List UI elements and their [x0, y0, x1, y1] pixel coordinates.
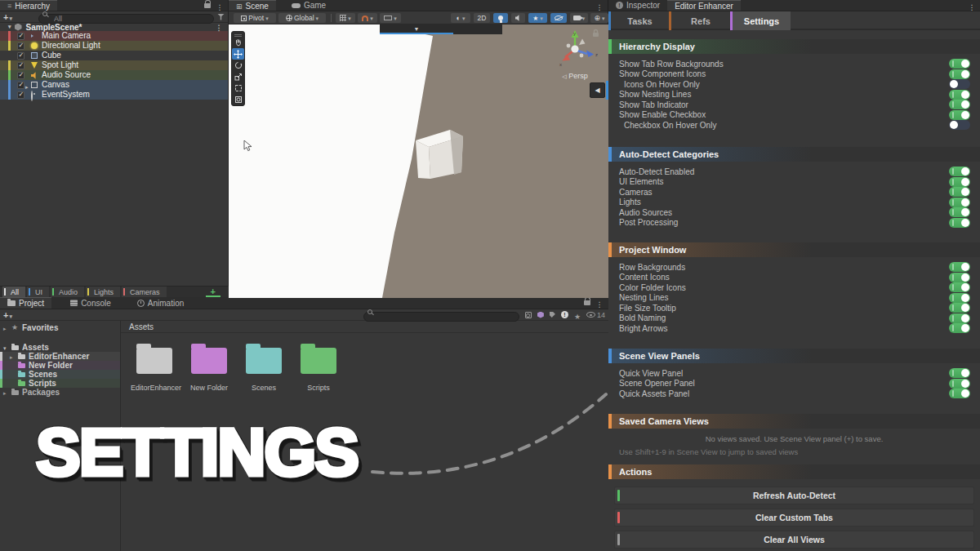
foldout-open-icon[interactable] [3, 343, 7, 352]
toggle-switch[interactable] [949, 218, 970, 228]
toggle-switch[interactable] [949, 59, 970, 69]
label-icon[interactable] [550, 312, 555, 318]
scene-opener-expand-button[interactable] [380, 24, 453, 34]
hand-tool-button[interactable] [232, 37, 244, 48]
enable-checkbox[interactable] [17, 62, 24, 69]
camera-settings-dropdown[interactable] [570, 13, 588, 23]
foldout-closed-icon[interactable] [3, 323, 7, 332]
toggle-switch[interactable] [949, 198, 970, 207]
asset-folder-editorenhancer[interactable]: EditorEnhancer [131, 342, 178, 392]
asset-folder-scripts[interactable]: Scripts [295, 342, 342, 392]
scene-viewport[interactable]: y z x Persp [229, 24, 608, 298]
toggle-2d-button[interactable]: 2D [474, 13, 490, 23]
section-header[interactable]: Hierarchy Display [608, 39, 980, 54]
add-category-tab-button[interactable]: + [206, 287, 220, 297]
tree-row-packages[interactable]: Packages [0, 388, 120, 397]
favorites-star-icon[interactable] [574, 308, 581, 322]
effects-dropdown[interactable] [528, 13, 547, 23]
category-tab-ui[interactable]: UI [27, 287, 49, 297]
toggle-switch[interactable] [949, 313, 970, 323]
enable-checkbox[interactable] [17, 82, 24, 89]
category-tab-lights[interactable]: Lights [86, 287, 120, 297]
enable-checkbox[interactable] [17, 42, 24, 50]
rotate-tool-button[interactable] [232, 60, 244, 71]
search-packages-icon[interactable] [537, 312, 544, 318]
subtab-refs[interactable]: Refs [671, 11, 730, 30]
quick-view-panel-collapsed-button[interactable] [590, 82, 605, 98]
asset-folder-new-folder[interactable]: New Folder [185, 342, 233, 392]
section-header[interactable]: Scene View Panels [608, 349, 980, 363]
scene-audio-toggle[interactable] [511, 13, 525, 23]
toggle-switch[interactable] [949, 120, 970, 130]
hierarchy-row-main-camera[interactable]: Main Camera [0, 31, 228, 41]
hierarchy-row-cube[interactable]: Cube [0, 51, 228, 60]
tab-inspector[interactable]: Inspector [608, 0, 667, 11]
toggle-switch[interactable] [949, 379, 970, 389]
breadcrumb[interactable]: Assets [121, 321, 608, 333]
rect-tool-button[interactable] [232, 82, 244, 94]
section-header[interactable]: Actions [608, 464, 980, 479]
section-header[interactable]: Project Window [608, 242, 980, 257]
hierarchy-row-spot-light[interactable]: Spot Light [0, 60, 228, 70]
toggle-switch[interactable] [949, 100, 970, 109]
hierarchy-row-directional-light[interactable]: Directional Light [0, 41, 228, 51]
orientation-gizmo[interactable]: y z x [552, 28, 601, 75]
enable-checkbox[interactable] [17, 33, 24, 40]
subtab-settings[interactable]: Settings [733, 11, 791, 30]
scene-lighting-toggle[interactable] [493, 13, 508, 23]
toggle-switch[interactable] [949, 110, 970, 120]
gizmos-dropdown[interactable] [590, 13, 608, 23]
tree-row-scripts[interactable]: Scripts [0, 379, 120, 388]
foldout-closed-icon[interactable] [10, 352, 13, 361]
enable-checkbox[interactable] [17, 72, 24, 79]
refresh-auto-detect-button[interactable]: Refresh Auto-Detect [614, 487, 974, 504]
project-search-input[interactable] [363, 312, 519, 322]
grid-snap-dropdown[interactable] [336, 13, 355, 23]
tree-row-favorites[interactable]: Favorites [0, 323, 120, 332]
tab-scene[interactable]: Scene [229, 0, 276, 11]
toggle-switch[interactable] [949, 262, 970, 272]
kebab-menu-icon[interactable] [215, 23, 223, 32]
scene-header-row[interactable]: ▾ SampleScene* [0, 23, 228, 31]
lock-icon[interactable] [204, 3, 211, 8]
toggle-switch[interactable] [949, 167, 970, 176]
toggle-switch[interactable] [949, 293, 970, 303]
tree-row-scenes[interactable]: Scenes [0, 370, 120, 379]
category-tab-audio[interactable]: Audio [51, 287, 84, 297]
toggle-switch[interactable] [949, 273, 970, 282]
filter-icon[interactable] [217, 14, 225, 20]
tab-editor-enhancer[interactable]: Editor Enhancer [667, 0, 741, 11]
tab-project[interactable]: Project [0, 297, 51, 309]
toggle-switch[interactable] [949, 90, 970, 100]
category-tab-all[interactable]: All [2, 287, 25, 297]
section-header[interactable]: Auto-Detect Categories [608, 147, 980, 162]
subtab-tasks[interactable]: Tasks [611, 11, 669, 30]
hierarchy-row-event-system[interactable]: EventSystem [0, 90, 228, 100]
toggle-switch[interactable] [949, 303, 970, 313]
global-dropdown[interactable]: Global [278, 13, 326, 23]
create-asset-button[interactable]: + [3, 310, 12, 320]
snap-dropdown[interactable] [358, 13, 377, 23]
foldout-open-icon[interactable]: ▾ [8, 24, 11, 30]
toggle-switch[interactable] [949, 177, 970, 187]
foldout-closed-icon[interactable] [3, 388, 7, 397]
measure-dropdown[interactable] [380, 13, 401, 23]
tree-row-new-folder[interactable]: New Folder [0, 361, 120, 370]
info-icon[interactable] [561, 311, 568, 318]
transform-tool-button[interactable] [232, 94, 244, 105]
toggle-switch[interactable] [949, 69, 970, 79]
tree-row-editorenhancer[interactable]: EditorEnhancer [0, 352, 120, 361]
toggle-switch[interactable] [949, 79, 970, 89]
toggle-switch[interactable] [949, 323, 970, 333]
tab-game[interactable]: Game [284, 0, 333, 11]
tab-console[interactable]: Console [63, 297, 118, 309]
enable-checkbox[interactable] [17, 52, 24, 60]
enable-checkbox[interactable] [17, 91, 24, 99]
pivot-dropdown[interactable]: Pivot [234, 13, 276, 23]
move-tool-button[interactable] [232, 48, 244, 60]
shading-mode-dropdown[interactable] [451, 13, 470, 23]
toggle-switch[interactable] [949, 207, 970, 217]
lock-icon[interactable] [584, 300, 590, 305]
asset-folder-scenes[interactable]: Scenes [240, 342, 287, 392]
toggle-switch[interactable] [949, 389, 970, 398]
